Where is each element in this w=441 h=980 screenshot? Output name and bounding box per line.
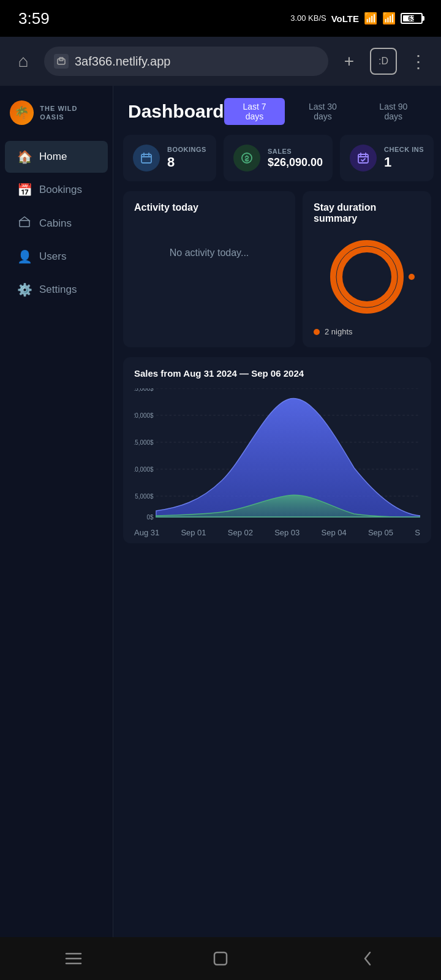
bottom-menu-button[interactable] bbox=[55, 940, 92, 977]
no-activity-message: No activity today... bbox=[134, 223, 284, 283]
bookings-nav-label: Bookings bbox=[39, 184, 82, 196]
duration-panel: Stay duration summary bbox=[303, 191, 431, 347]
sales-chart-panel: Sales from Aug 31 2024 — Sep 06 2024 25,… bbox=[123, 357, 431, 543]
tab-switcher-button[interactable]: :D bbox=[370, 48, 397, 75]
svg-rect-0 bbox=[58, 59, 65, 64]
stat-checkins: CHECK INS 1 bbox=[340, 135, 434, 181]
donut-legend: 2 nights bbox=[314, 327, 420, 336]
svg-rect-24 bbox=[214, 952, 227, 965]
x-label-sep05: Sep 05 bbox=[368, 528, 393, 537]
sidebar-item-cabins[interactable]: Cabins bbox=[5, 207, 108, 239]
x-label-sep06: S bbox=[415, 528, 420, 537]
tab-label: :D bbox=[379, 56, 388, 67]
bookings-stat-icon bbox=[133, 145, 160, 172]
svg-text:5,000$: 5,000$ bbox=[135, 493, 153, 500]
sales-stat-info: SALES $26,090.00 bbox=[268, 148, 323, 169]
bottom-home-button[interactable] bbox=[202, 940, 239, 977]
svg-text:25,000$: 25,000$ bbox=[134, 388, 154, 392]
filter-7days[interactable]: Last 7 days bbox=[224, 98, 285, 125]
activity-panel: Activity today No activity today... bbox=[123, 191, 295, 347]
stats-row: BOOKINGS 8 SALES $26,090.00 bbox=[113, 135, 441, 191]
bottom-back-button[interactable] bbox=[349, 940, 386, 977]
checkins-stat-icon bbox=[350, 145, 377, 172]
activity-panel-title: Activity today bbox=[134, 202, 284, 213]
speed-indicator: 3.00 KB/S bbox=[290, 13, 326, 24]
logo-icon: 🌴 bbox=[10, 100, 34, 125]
svg-point-7 bbox=[336, 246, 398, 307]
sales-stat-label: SALES bbox=[268, 148, 323, 155]
bookings-stat-value: 8 bbox=[167, 154, 206, 170]
new-tab-button[interactable]: + bbox=[336, 48, 363, 75]
page-title: Dashboard bbox=[128, 101, 224, 122]
status-bar: 3:59 3.00 KB/S VoLTE 📶 📶 63 bbox=[0, 0, 441, 37]
svg-text:10,000$: 10,000$ bbox=[134, 466, 154, 473]
status-icons: 3.00 KB/S VoLTE 📶 📶 63 bbox=[290, 12, 423, 25]
app-container: 🌴 THE WILD OASIS 🏠 Home 📅 Bookings Cabi bbox=[0, 86, 441, 937]
chart-area: 25,000$ 20,000$ 15,000$ 10,000$ 5,000$ 0… bbox=[134, 388, 420, 523]
stat-sales: SALES $26,090.00 bbox=[224, 135, 333, 181]
browser-menu-button[interactable]: ⋮ bbox=[404, 48, 431, 75]
bottom-navigation bbox=[0, 937, 441, 980]
checkins-stat-value: 1 bbox=[384, 154, 424, 170]
browser-home-button[interactable]: ⌂ bbox=[10, 48, 37, 75]
url-bar[interactable]: 3af366.netlify.app bbox=[44, 47, 328, 76]
brand-name: THE WILD OASIS bbox=[40, 104, 103, 122]
main-content: Dashboard Last 7 days Last 30 days Last … bbox=[113, 86, 441, 937]
sidebar-logo: 🌴 THE WILD OASIS bbox=[0, 86, 113, 135]
settings-nav-label: Settings bbox=[39, 284, 77, 296]
x-label-sep03: Sep 03 bbox=[274, 528, 300, 537]
x-label-sep02: Sep 02 bbox=[228, 528, 253, 537]
duration-panel-title: Stay duration summary bbox=[314, 202, 420, 224]
svg-rect-5 bbox=[358, 154, 368, 163]
cabins-nav-label: Cabins bbox=[39, 217, 72, 230]
checkins-stat-info: CHECK INS 1 bbox=[384, 146, 424, 170]
browser-bar: ⌂ 3af366.netlify.app + :D ⋮ bbox=[0, 37, 441, 86]
donut-container: 2 nights bbox=[314, 234, 420, 336]
svg-text:20,000$: 20,000$ bbox=[134, 412, 154, 420]
sidebar-item-home[interactable]: 🏠 Home bbox=[5, 141, 108, 173]
svg-text:15,000$: 15,000$ bbox=[134, 439, 154, 447]
donut-chart bbox=[324, 234, 410, 320]
bookings-stat-label: BOOKINGS bbox=[167, 146, 206, 153]
legend-dot-2nights bbox=[314, 329, 320, 335]
bookings-nav-icon: 📅 bbox=[17, 183, 32, 197]
sidebar-item-users[interactable]: 👤 Users bbox=[5, 241, 108, 273]
dashboard-header: Dashboard Last 7 days Last 30 days Last … bbox=[113, 86, 441, 135]
x-label-aug31: Aug 31 bbox=[134, 528, 159, 537]
home-nav-label: Home bbox=[39, 151, 67, 163]
svg-rect-3 bbox=[141, 154, 151, 163]
legend-item-2nights: 2 nights bbox=[314, 327, 420, 336]
sidebar-item-bookings[interactable]: 📅 Bookings bbox=[5, 174, 108, 206]
signal-4g-icon: 📶 bbox=[364, 12, 377, 25]
url-text: 3af366.netlify.app bbox=[75, 55, 170, 69]
stat-bookings: BOOKINGS 8 bbox=[123, 135, 216, 181]
date-filters: Last 7 days Last 30 days Last 90 days bbox=[224, 98, 426, 125]
home-icon: ⌂ bbox=[18, 51, 29, 71]
x-label-sep01: Sep 01 bbox=[181, 528, 206, 537]
cabins-nav-icon bbox=[17, 216, 32, 231]
svg-text:0$: 0$ bbox=[146, 514, 153, 521]
x-label-sep04: Sep 04 bbox=[322, 528, 347, 537]
users-nav-label: Users bbox=[39, 251, 66, 263]
bookings-stat-info: BOOKINGS 8 bbox=[167, 146, 206, 170]
settings-nav-icon: ⚙️ bbox=[17, 282, 32, 297]
sales-stat-icon bbox=[233, 145, 260, 172]
users-nav-icon: 👤 bbox=[17, 249, 32, 264]
wifi-bars-icon: 📶 bbox=[382, 12, 396, 25]
filter-30days[interactable]: Last 30 days bbox=[290, 98, 355, 125]
security-icon bbox=[54, 54, 69, 69]
status-time: 3:59 bbox=[18, 9, 50, 28]
legend-label-2nights: 2 nights bbox=[325, 327, 353, 336]
home-nav-icon: 🏠 bbox=[17, 149, 32, 164]
sidebar-item-settings[interactable]: ⚙️ Settings bbox=[5, 274, 108, 306]
sidebar: 🌴 THE WILD OASIS 🏠 Home 📅 Bookings Cabi bbox=[0, 86, 113, 937]
svg-rect-2 bbox=[20, 221, 29, 227]
sales-stat-value: $26,090.00 bbox=[268, 156, 323, 169]
sidebar-nav: 🏠 Home 📅 Bookings Cabins 👤 Users bbox=[0, 135, 113, 937]
battery-icon: 63 bbox=[401, 13, 423, 24]
content-grid: Activity today No activity today... Stay… bbox=[113, 191, 441, 357]
checkins-stat-label: CHECK INS bbox=[384, 146, 424, 153]
chart-title: Sales from Aug 31 2024 — Sep 06 2024 bbox=[134, 368, 420, 379]
network-icon: VoLTE bbox=[331, 13, 359, 24]
filter-90days[interactable]: Last 90 days bbox=[361, 98, 426, 125]
